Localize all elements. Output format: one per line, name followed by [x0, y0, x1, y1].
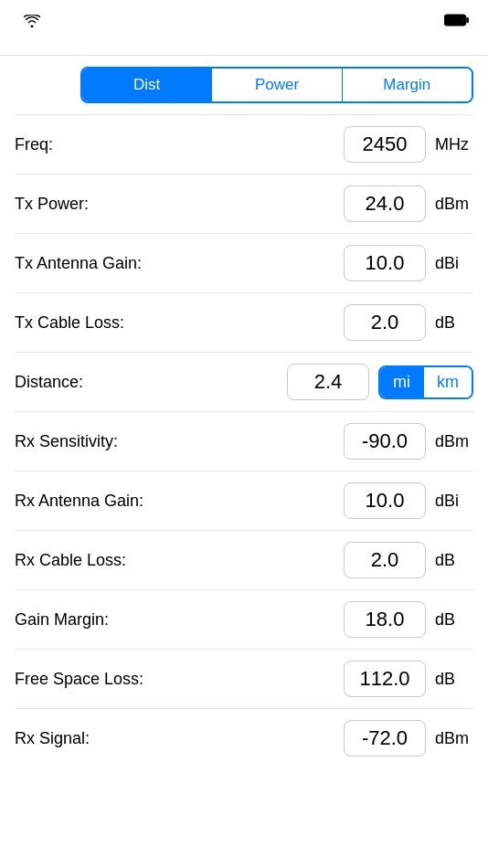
row-label: Rx Signal: — [15, 729, 161, 748]
row-value-unit: 18.0dB — [161, 601, 473, 638]
unit-label: MHz — [435, 135, 473, 154]
row-label: Distance: — [15, 373, 161, 392]
row-value-unit: 24.0dBm — [161, 185, 473, 222]
row-value-unit: 10.0dBi — [161, 245, 473, 281]
seg-power-button[interactable]: Power — [212, 69, 342, 101]
table-row: Distance:2.4mikm — [15, 353, 473, 412]
value-box[interactable]: 2450 — [344, 126, 426, 163]
table-row: Tx Antenna Gain:10.0dBi — [15, 234, 473, 293]
rows-container: Freq:2450MHzTx Power:24.0dBmTx Antenna G… — [15, 115, 473, 767]
row-label: Rx Sensitivity: — [15, 432, 161, 451]
row-value-unit: 2.0dB — [161, 542, 473, 578]
table-row: Gain Margin:18.0dB — [15, 590, 473, 650]
battery-icon — [444, 14, 470, 30]
row-label: Rx Cable Loss: — [15, 551, 161, 570]
value-box[interactable]: -90.0 — [344, 423, 426, 460]
row-label: Tx Power: — [15, 195, 161, 214]
unit-label: dBm — [435, 432, 473, 451]
table-row: Rx Cable Loss:2.0dB — [15, 531, 473, 590]
table-row: Tx Cable Loss:2.0dB — [15, 293, 473, 353]
unit-label: dBm — [435, 195, 473, 214]
row-label: Tx Cable Loss: — [15, 313, 161, 333]
unit-label: dBi — [435, 492, 473, 511]
value-box[interactable]: 2.4 — [287, 364, 369, 400]
value-box[interactable]: -72.0 — [344, 720, 426, 757]
nav-bar — [0, 40, 488, 56]
row-label: Tx Antenna Gain: — [15, 254, 161, 273]
calc-segmented-control: Dist Power Margin — [80, 67, 473, 103]
row-value-unit: -72.0dBm — [161, 720, 473, 757]
row-label: Rx Antenna Gain: — [15, 492, 161, 511]
table-row: Free Space Loss:112.0dB — [15, 650, 473, 709]
dist-btn-km[interactable]: km — [424, 367, 472, 397]
row-label: Freq: — [15, 135, 161, 154]
value-box[interactable]: 10.0 — [344, 482, 426, 519]
value-box[interactable]: 24.0 — [344, 185, 426, 222]
unit-label: dB — [435, 313, 473, 333]
dist-unit-toggle: mikm — [378, 365, 473, 399]
table-row: Rx Signal:-72.0dBm — [15, 709, 473, 767]
unit-label: dBi — [435, 254, 473, 273]
carrier-wifi — [18, 15, 40, 30]
calc-row: Dist Power Margin — [15, 56, 473, 115]
row-value-unit: 2.4mikm — [161, 364, 473, 400]
unit-label: dB — [435, 551, 473, 570]
value-box[interactable]: 18.0 — [344, 601, 426, 638]
seg-margin-button[interactable]: Margin — [343, 69, 472, 101]
wifi-icon — [24, 15, 40, 30]
row-value-unit: -90.0dBm — [161, 423, 473, 460]
row-label: Gain Margin: — [15, 610, 161, 630]
row-value-unit: 2450MHz — [161, 126, 473, 163]
table-row: Tx Power:24.0dBm — [15, 175, 473, 234]
table-row: Freq:2450MHz — [15, 115, 473, 175]
row-value-unit: 10.0dBi — [161, 482, 473, 519]
unit-label: dBm — [435, 729, 473, 748]
unit-label: dB — [435, 610, 473, 630]
row-value-unit: 112.0dB — [161, 661, 473, 697]
unit-label: dB — [435, 670, 473, 689]
seg-dist-button[interactable]: Dist — [82, 69, 212, 101]
value-box[interactable]: 2.0 — [344, 304, 426, 341]
value-box[interactable]: 10.0 — [344, 245, 426, 281]
svg-rect-0 — [444, 15, 466, 26]
row-value-unit: 2.0dB — [161, 304, 473, 341]
value-box[interactable]: 2.0 — [344, 542, 426, 578]
table-row: Rx Sensitivity:-90.0dBm — [15, 412, 473, 471]
status-bar — [0, 0, 488, 40]
row-label: Free Space Loss: — [15, 670, 161, 689]
table-row: Rx Antenna Gain:10.0dBi — [15, 471, 473, 531]
main-content: Dist Power Margin Freq:2450MHzTx Power:2… — [0, 56, 488, 767]
svg-rect-1 — [467, 17, 470, 23]
battery-area — [444, 14, 470, 30]
value-box[interactable]: 112.0 — [344, 661, 426, 697]
dist-btn-mi[interactable]: mi — [380, 367, 424, 397]
